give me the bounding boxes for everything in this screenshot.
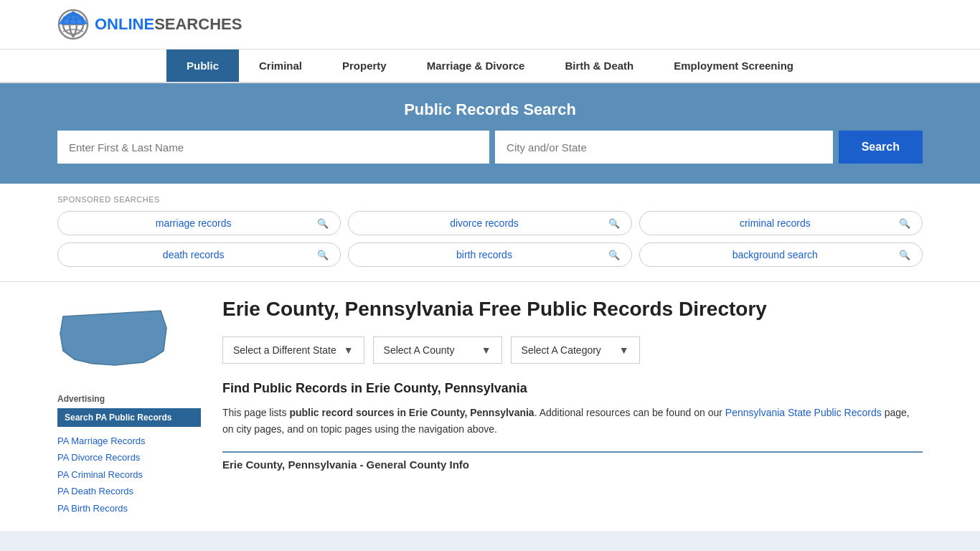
main-nav: Public Criminal Property Marriage & Divo… bbox=[0, 50, 980, 83]
search-banner: Public Records Search Search bbox=[0, 83, 980, 184]
search-icon-death: 🔍 bbox=[317, 250, 329, 260]
pa-map bbox=[57, 296, 172, 382]
nav-item-public[interactable]: Public bbox=[166, 50, 239, 82]
sidebar: Advertising Search PA Public Records PA … bbox=[57, 296, 201, 517]
find-text-after: . Additional resources can be found on o… bbox=[534, 407, 725, 418]
sponsored-label: SPONSORED SEARCHES bbox=[57, 195, 923, 204]
search-button[interactable]: Search bbox=[839, 131, 923, 164]
find-text-bold: public record sources in Erie County, Pe… bbox=[289, 407, 534, 418]
pa-map-svg bbox=[57, 296, 172, 382]
category-dropdown[interactable]: Select A Category ▼ bbox=[511, 336, 640, 364]
logo-icon bbox=[57, 9, 89, 40]
svg-marker-3 bbox=[60, 311, 166, 365]
county-dropdown-arrow: ▼ bbox=[481, 344, 491, 356]
nav-item-property[interactable]: Property bbox=[322, 50, 407, 82]
pa-records-link[interactable]: Pennsylvania State Public Records bbox=[725, 407, 882, 418]
nav-item-birth-death[interactable]: Birth & Death bbox=[545, 50, 654, 82]
sponsored-item-criminal: criminal records 🔍 bbox=[639, 211, 923, 235]
category-dropdown-arrow: ▼ bbox=[619, 344, 629, 356]
sponsored-link-criminal[interactable]: criminal records bbox=[651, 217, 899, 229]
sponsored-item-death: death records 🔍 bbox=[57, 242, 341, 267]
search-icon-background: 🔍 bbox=[899, 250, 910, 260]
logo-text: ONLINESEARCHES bbox=[95, 15, 242, 34]
page-title: Erie County, Pennsylvania Free Public Re… bbox=[222, 296, 923, 322]
state-dropdown[interactable]: Select a Different State ▼ bbox=[222, 336, 364, 364]
search-banner-title: Public Records Search bbox=[57, 100, 923, 119]
sidebar-link-death[interactable]: PA Death Records bbox=[57, 483, 201, 499]
find-records-title: Find Public Records in Erie County, Penn… bbox=[222, 381, 923, 396]
sidebar-link-criminal[interactable]: PA Criminal Records bbox=[57, 466, 201, 483]
nav-item-employment[interactable]: Employment Screening bbox=[654, 50, 814, 82]
sponsored-item-marriage: marriage records 🔍 bbox=[57, 211, 341, 235]
state-dropdown-arrow: ▼ bbox=[344, 344, 354, 356]
search-icon-birth: 🔍 bbox=[608, 250, 620, 260]
sponsored-item-background: background search 🔍 bbox=[639, 242, 923, 267]
sidebar-link-marriage[interactable]: PA Marriage Records bbox=[57, 433, 201, 449]
sponsored-link-death[interactable]: death records bbox=[70, 249, 317, 260]
sidebar-search-btn[interactable]: Search PA Public Records bbox=[57, 408, 201, 427]
logo[interactable]: ONLINESEARCHES bbox=[57, 9, 242, 40]
sidebar-link-divorce[interactable]: PA Divorce Records bbox=[57, 449, 201, 466]
nav-item-marriage-divorce[interactable]: Marriage & Divorce bbox=[407, 50, 545, 82]
location-input[interactable] bbox=[495, 131, 833, 164]
search-form: Search bbox=[57, 131, 923, 164]
sponsored-item-birth: birth records 🔍 bbox=[348, 242, 631, 267]
state-dropdown-label: Select a Different State bbox=[233, 344, 336, 356]
search-icon-divorce: 🔍 bbox=[608, 218, 620, 229]
sidebar-links: PA Marriage Records PA Divorce Records P… bbox=[57, 433, 201, 517]
main-content: Advertising Search PA Public Records PA … bbox=[0, 282, 980, 531]
search-icon-marriage: 🔍 bbox=[317, 218, 329, 229]
sponsored-link-birth[interactable]: birth records bbox=[360, 249, 608, 260]
content-area: Erie County, Pennsylvania Free Public Re… bbox=[222, 296, 923, 517]
sidebar-link-birth[interactable]: PA Birth Records bbox=[57, 500, 201, 517]
find-text-before: This page lists bbox=[222, 407, 289, 418]
sponsored-section: SPONSORED SEARCHES marriage records 🔍 di… bbox=[0, 184, 980, 282]
sponsored-item-divorce: divorce records 🔍 bbox=[348, 211, 631, 235]
dropdown-row: Select a Different State ▼ Select A Coun… bbox=[222, 336, 923, 364]
name-input[interactable] bbox=[57, 131, 489, 164]
sponsored-link-divorce[interactable]: divorce records bbox=[360, 217, 608, 229]
county-dropdown[interactable]: Select A County ▼ bbox=[373, 336, 502, 364]
sidebar-advertising-label: Advertising bbox=[57, 394, 201, 404]
site-header: ONLINESEARCHES bbox=[0, 0, 980, 50]
category-dropdown-label: Select A Category bbox=[522, 344, 601, 356]
county-dropdown-label: Select A County bbox=[384, 344, 455, 356]
search-icon-criminal: 🔍 bbox=[899, 218, 910, 229]
general-info-title: Erie County, Pennsylvania - General Coun… bbox=[222, 451, 923, 471]
sponsored-grid: marriage records 🔍 divorce records 🔍 cri… bbox=[57, 211, 923, 267]
find-records-text: This page lists public record sources in… bbox=[222, 405, 923, 437]
sponsored-link-background[interactable]: background search bbox=[651, 249, 899, 260]
nav-item-criminal[interactable]: Criminal bbox=[239, 50, 322, 82]
sponsored-link-marriage[interactable]: marriage records bbox=[70, 217, 317, 229]
